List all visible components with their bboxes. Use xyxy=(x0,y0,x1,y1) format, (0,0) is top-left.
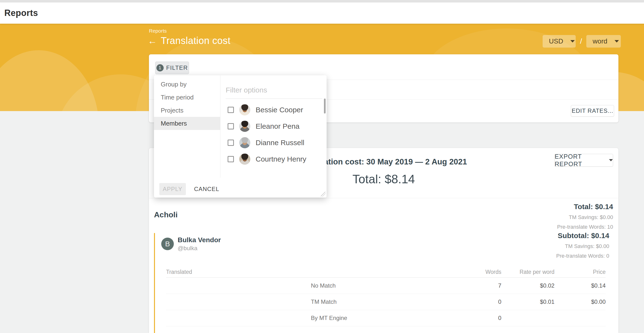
back-arrow-icon[interactable]: ← xyxy=(148,36,157,45)
scrollbar-thumb[interactable] xyxy=(324,99,326,114)
menu-item-projects[interactable]: Projects xyxy=(154,104,220,117)
summary-pretranslate: Pre-translate Words: 10 xyxy=(557,224,613,230)
banner-title-row: ← Translation cost xyxy=(148,35,230,46)
cancel-button[interactable]: CANCEL xyxy=(194,186,220,192)
filter-dropdown: Group by Time period Projects Members Fi… xyxy=(154,75,326,198)
member-name: Dianne Russell xyxy=(256,139,304,147)
filter-options-placeholder: Filter options xyxy=(226,86,267,94)
vendor-avatar: B xyxy=(161,238,174,250)
member-option[interactable]: Courtney Henry xyxy=(226,151,322,167)
currency-select[interactable]: USD xyxy=(542,35,576,48)
report-summary: Total: $0.14 TM Savings: $0.00 Pre-trans… xyxy=(557,203,613,230)
vendor-subtotal: Subtotal: $0.14 xyxy=(556,232,609,240)
language-heading: Acholi xyxy=(154,210,178,219)
menu-item-members[interactable]: Members xyxy=(154,117,220,130)
filter-options-input[interactable]: Filter options xyxy=(226,86,322,99)
checkbox[interactable] xyxy=(228,123,234,129)
avatar xyxy=(239,104,250,115)
member-options-list: Bessie Cooper Eleanor Pena Dianne Russel… xyxy=(226,102,322,167)
avatar xyxy=(239,121,250,132)
header-rate: Rate per word xyxy=(501,269,554,275)
app-header: Reports xyxy=(0,3,644,24)
chevron-down-icon xyxy=(570,40,575,43)
vendor-name: Bulka Vendor xyxy=(178,236,221,244)
header-translated: Translated xyxy=(166,269,305,275)
export-report-label: EXPORT REPORT xyxy=(555,153,605,168)
currency-value: USD xyxy=(549,38,563,45)
row-rate: $0.02 xyxy=(501,282,554,289)
table-row: TM Match 0 $0.01 $0.00 xyxy=(166,294,606,310)
unit-value: word xyxy=(592,38,607,45)
summary-total: Total: $0.14 xyxy=(557,203,613,211)
header-words: Words xyxy=(453,269,501,275)
table-row: By MT Engine 0 xyxy=(166,310,606,326)
filter-button-label: FILTER xyxy=(166,65,188,71)
member-name: Bessie Cooper xyxy=(256,106,303,114)
filter-count-badge: 1 xyxy=(156,64,164,72)
row-price: $0.14 xyxy=(554,282,606,289)
vendor-names: Bulka Vendor @bulka xyxy=(178,236,221,252)
banner-title: Translation cost xyxy=(161,35,230,46)
menu-item-group-by[interactable]: Group by xyxy=(154,78,220,91)
breadcrumb: Reports xyxy=(149,28,167,34)
row-rate: $0.01 xyxy=(501,298,554,305)
row-price: $0.00 xyxy=(554,298,606,305)
menu-item-time-period[interactable]: Time period xyxy=(154,91,220,104)
reports-page: Reports Reports ← Translation cost USD /… xyxy=(0,0,644,333)
row-words: 0 xyxy=(453,315,501,321)
cost-table: Translated Words Rate per word Price No … xyxy=(166,267,606,326)
chevron-down-icon xyxy=(614,40,619,43)
member-option[interactable]: Dianne Russell xyxy=(226,135,322,151)
unit-select[interactable]: word xyxy=(586,35,621,48)
filter-dropdown-body: Group by Time period Projects Members Fi… xyxy=(154,75,326,177)
cost-table-header: Translated Words Rate per word Price xyxy=(166,267,606,278)
row-label: By MT Engine xyxy=(305,315,453,321)
summary-tm-savings: TM Savings: $0.00 xyxy=(557,214,613,220)
vendor-section: B Bulka Vendor @bulka Subtotal: $0.14 TM… xyxy=(154,233,614,333)
row-words: 0 xyxy=(453,298,501,305)
checkbox[interactable] xyxy=(228,156,234,162)
chevron-down-icon xyxy=(609,159,613,161)
vendor-tm-savings: TM Savings: $0.00 xyxy=(556,243,609,249)
member-name: Courtney Henry xyxy=(256,155,306,163)
vendor-header: B Bulka Vendor @bulka xyxy=(161,236,614,252)
unit-selectors: USD / word xyxy=(542,35,621,48)
unit-separator: / xyxy=(580,37,582,45)
filter-button[interactable]: 1 FILTER xyxy=(155,62,189,74)
window-top-strip xyxy=(0,0,644,3)
row-label: TM Match xyxy=(305,298,453,305)
apply-button[interactable]: APPLY xyxy=(159,183,186,195)
vendor-pretranslate: Pre-translate Words: 0 xyxy=(556,253,609,259)
resize-handle-icon[interactable] xyxy=(321,192,326,197)
header-price: Price xyxy=(554,269,606,275)
vendor-summary: Subtotal: $0.14 TM Savings: $0.00 Pre-tr… xyxy=(556,232,609,259)
filter-dropdown-footer: APPLY CANCEL xyxy=(154,177,326,198)
avatar xyxy=(239,154,250,165)
checkbox[interactable] xyxy=(228,140,234,146)
export-report-button[interactable]: EXPORT REPORT xyxy=(554,154,613,167)
member-option[interactable]: Bessie Cooper xyxy=(226,102,322,118)
filter-options-panel: Filter options Bessie Cooper Eleanor Pen… xyxy=(220,75,326,177)
filter-menu: Group by Time period Projects Members xyxy=(154,75,220,177)
table-row: No Match 7 $0.02 $0.14 xyxy=(166,278,606,294)
row-words: 7 xyxy=(453,282,501,289)
page-title: Reports xyxy=(4,8,38,18)
vendor-username: @bulka xyxy=(178,245,221,252)
member-name: Eleanor Pena xyxy=(256,122,300,130)
row-label: No Match xyxy=(305,282,453,289)
edit-rates-button[interactable]: EDIT RATES... xyxy=(571,105,614,117)
avatar xyxy=(239,137,250,148)
checkbox[interactable] xyxy=(228,107,234,113)
divider xyxy=(149,198,618,198)
member-option[interactable]: Eleanor Pena xyxy=(226,118,322,135)
